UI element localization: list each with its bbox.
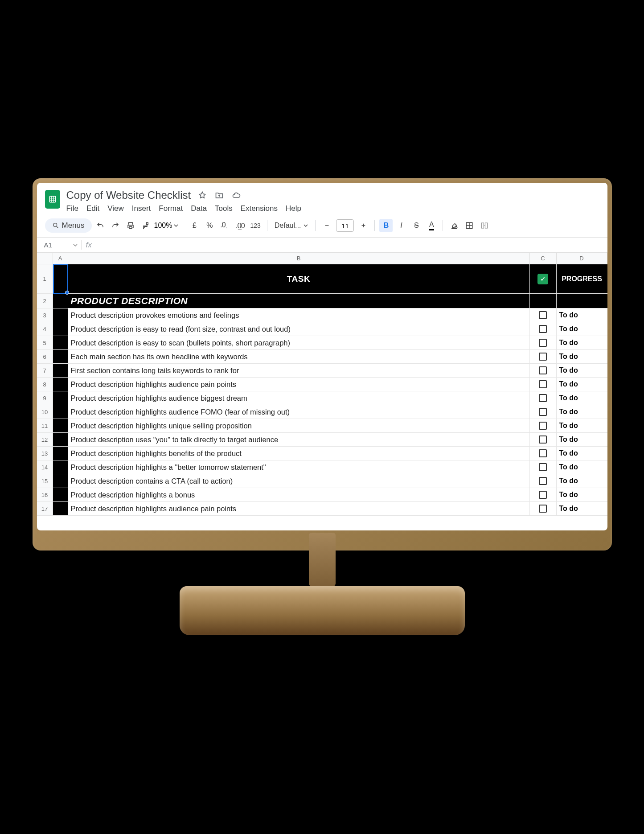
undo-button[interactable] xyxy=(94,219,107,232)
row-header[interactable]: 17 xyxy=(37,502,53,515)
progress-cell[interactable]: To do xyxy=(557,378,607,391)
row-header[interactable]: 5 xyxy=(37,336,53,349)
progress-cell[interactable]: To do xyxy=(557,460,607,474)
checkbox-cell[interactable] xyxy=(530,488,557,501)
progress-cell[interactable]: To do xyxy=(557,350,607,363)
text-color-button[interactable]: A xyxy=(425,219,438,232)
checkbox-cell[interactable] xyxy=(530,447,557,460)
cell[interactable] xyxy=(53,488,68,501)
font-size-input[interactable] xyxy=(336,219,354,232)
decrease-decimal-button[interactable]: .0← xyxy=(218,219,231,232)
row-header[interactable]: 10 xyxy=(37,405,53,419)
progress-cell[interactable]: To do xyxy=(557,364,607,377)
row-header[interactable]: 7 xyxy=(37,364,53,377)
strikethrough-button[interactable]: S xyxy=(410,219,423,232)
task-cell[interactable]: Product description highlights audience … xyxy=(68,391,530,405)
menu-format[interactable]: Format xyxy=(159,204,183,213)
task-cell[interactable]: Product description highlights benefits … xyxy=(68,447,530,460)
paint-format-button[interactable] xyxy=(139,219,152,232)
task-cell[interactable]: Product description uses "you" to talk d… xyxy=(68,433,530,446)
cell[interactable] xyxy=(53,294,68,308)
menu-file[interactable]: File xyxy=(66,204,78,213)
row-header[interactable]: 11 xyxy=(37,419,53,432)
task-cell[interactable]: Product description highlights audience … xyxy=(68,502,530,515)
menu-tools[interactable]: Tools xyxy=(215,204,233,213)
progress-column-header[interactable]: PROGRESS xyxy=(557,264,607,293)
percent-button[interactable]: % xyxy=(203,219,216,232)
row-header[interactable]: 13 xyxy=(37,447,53,460)
task-cell[interactable]: Product description contains a CTA (call… xyxy=(68,474,530,488)
checkbox-cell[interactable] xyxy=(530,433,557,446)
cell[interactable] xyxy=(53,308,68,322)
cell[interactable] xyxy=(53,447,68,460)
cell[interactable] xyxy=(53,433,68,446)
font-size-increase[interactable]: + xyxy=(357,219,370,232)
cell[interactable] xyxy=(53,460,68,474)
progress-cell[interactable]: To do xyxy=(557,502,607,515)
document-title[interactable]: Copy of Website Checklist xyxy=(66,189,191,201)
checkbox-icon[interactable] xyxy=(539,366,547,374)
star-icon[interactable] xyxy=(197,190,208,201)
checkbox-cell[interactable] xyxy=(530,378,557,391)
task-cell[interactable]: Product description highlights a bonus xyxy=(68,488,530,501)
menu-extensions[interactable]: Extensions xyxy=(241,204,278,213)
progress-cell[interactable]: To do xyxy=(557,474,607,488)
print-button[interactable] xyxy=(124,219,137,232)
cloud-status-icon[interactable] xyxy=(231,190,242,201)
cell[interactable] xyxy=(53,502,68,515)
task-cell[interactable]: Product description is easy to read (fon… xyxy=(68,322,530,336)
checkbox-icon[interactable] xyxy=(539,463,547,471)
row-header[interactable]: 2 xyxy=(37,294,53,308)
checkbox-cell[interactable] xyxy=(530,502,557,515)
menus-search[interactable]: Menus xyxy=(45,218,92,233)
task-cell[interactable]: Product description highlights unique se… xyxy=(68,419,530,432)
task-cell[interactable]: Product description provokes emotions an… xyxy=(68,308,530,322)
checkbox-icon[interactable] xyxy=(539,311,547,319)
cell[interactable] xyxy=(53,378,68,391)
checkbox-cell[interactable] xyxy=(530,308,557,322)
task-cell[interactable]: Each main section has its own headline w… xyxy=(68,350,530,363)
progress-cell[interactable]: To do xyxy=(557,391,607,405)
checkbox-cell[interactable] xyxy=(530,460,557,474)
task-cell[interactable]: Product description highlights audience … xyxy=(68,378,530,391)
checkbox-icon[interactable] xyxy=(539,477,547,485)
row-header[interactable]: 14 xyxy=(37,460,53,474)
cell[interactable] xyxy=(53,322,68,336)
progress-cell[interactable]: To do xyxy=(557,488,607,501)
cell[interactable] xyxy=(53,336,68,349)
row-header[interactable]: 15 xyxy=(37,474,53,488)
check-column-header[interactable]: ✓ xyxy=(530,264,557,293)
checkbox-cell[interactable] xyxy=(530,391,557,405)
zoom-select[interactable]: 100% xyxy=(154,222,179,230)
cell[interactable] xyxy=(53,350,68,363)
checkbox-cell[interactable] xyxy=(530,350,557,363)
currency-button[interactable]: £ xyxy=(188,219,201,232)
checkbox-icon[interactable] xyxy=(539,394,547,402)
checkbox-icon[interactable] xyxy=(539,422,547,430)
checkbox-icon[interactable] xyxy=(539,339,547,347)
checkbox-icon[interactable] xyxy=(539,505,547,513)
move-folder-icon[interactable] xyxy=(214,190,225,201)
cell[interactable] xyxy=(530,294,557,308)
cell[interactable] xyxy=(53,364,68,377)
checkbox-icon[interactable] xyxy=(539,449,547,457)
checkbox-icon[interactable] xyxy=(539,435,547,444)
checkbox-icon[interactable] xyxy=(539,491,547,499)
checkbox-icon[interactable] xyxy=(539,408,547,416)
menu-data[interactable]: Data xyxy=(191,204,207,213)
progress-cell[interactable]: To do xyxy=(557,405,607,419)
menu-help[interactable]: Help xyxy=(286,204,301,213)
col-header-a[interactable]: A xyxy=(53,253,68,264)
task-cell[interactable]: Product description is easy to scan (bul… xyxy=(68,336,530,349)
row-header[interactable]: 9 xyxy=(37,391,53,405)
row-header[interactable]: 4 xyxy=(37,322,53,336)
cell[interactable] xyxy=(53,419,68,432)
checkbox-cell[interactable] xyxy=(530,336,557,349)
row-header[interactable]: 16 xyxy=(37,488,53,501)
checkbox-cell[interactable] xyxy=(530,474,557,488)
cell[interactable] xyxy=(53,474,68,488)
cell[interactable] xyxy=(53,264,68,293)
section-title[interactable]: PRODUCT DESCRIPTION xyxy=(68,294,530,308)
row-header[interactable]: 8 xyxy=(37,378,53,391)
checkbox-cell[interactable] xyxy=(530,364,557,377)
